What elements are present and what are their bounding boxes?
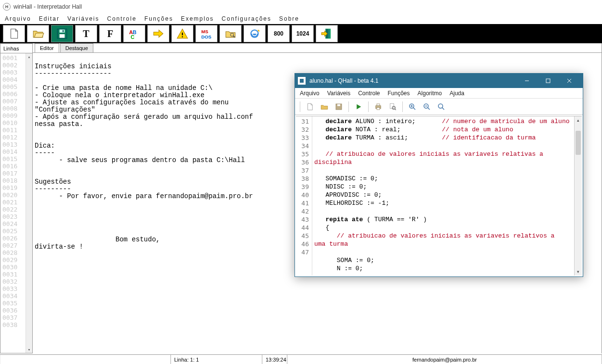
svg-rect-7 — [182, 33, 183, 35]
tab-editor[interactable]: Editor — [35, 43, 59, 52]
text-t-button[interactable]: T — [75, 25, 97, 42]
svg-line-36 — [442, 107, 445, 110]
svg-rect-8 — [182, 36, 183, 37]
folder-search-icon — [224, 27, 237, 40]
scroll-down-icon[interactable]: ▾ — [575, 268, 582, 276]
q-zoom-in-button[interactable] — [406, 100, 419, 113]
res-1024-button[interactable]: 1024 — [292, 25, 314, 42]
svg-rect-21 — [337, 104, 340, 106]
svg-rect-3 — [63, 30, 64, 32]
qmenu-ajuda[interactable]: Ajuda — [449, 90, 464, 97]
qhall-menubar: Arquivo Variáveis Controle Funções Algor… — [295, 88, 583, 99]
qhall-code-editor[interactable]: declare ALUNO : inteiro; // numero de ma… — [312, 116, 574, 276]
svg-line-29 — [413, 107, 416, 110]
qhall-gutter: 3132333435363738394041424344454647 — [296, 116, 312, 276]
scrollbar-thumb[interactable] — [576, 131, 581, 155]
q-zoom-out-button[interactable] — [420, 100, 434, 113]
magnifier-icon — [437, 102, 446, 111]
page-magnify-icon — [388, 102, 397, 111]
qhall-code-area: 3132333435363738394041424344454647 decla… — [296, 116, 582, 276]
msdos-button[interactable]: MSDOS — [195, 25, 218, 42]
qhall-app-icon — [298, 77, 306, 85]
q-print-button[interactable] — [371, 100, 385, 113]
menu-sobre[interactable]: Sobre — [279, 15, 299, 22]
new-file-button[interactable] — [3, 25, 25, 42]
q-new-button[interactable] — [303, 100, 317, 113]
tab-destaque[interactable]: Destaque — [60, 43, 93, 52]
line-number-panel: Linhas 000100020003000400050006000700080… — [0, 43, 33, 353]
svg-rect-25 — [390, 103, 394, 109]
open-folder-icon — [32, 27, 44, 40]
main-titlebar: H winHall - Interpretador Hall — [0, 0, 602, 13]
minimize-icon — [525, 78, 529, 83]
q-zoom-reset-button[interactable] — [435, 100, 448, 113]
q-print-preview-button[interactable] — [386, 100, 399, 113]
qhall-toolbar — [295, 99, 583, 115]
internet-explorer-icon — [248, 27, 261, 40]
qmenu-arquivo[interactable]: Arquivo — [300, 90, 320, 97]
close-icon — [567, 78, 572, 83]
svg-line-33 — [428, 107, 430, 110]
svg-rect-1 — [60, 29, 65, 33]
linhas-tab[interactable]: Linhas — [0, 44, 32, 53]
qhall-title: aluno.hal - QHall - beta 4.1 — [309, 77, 378, 84]
maximize-icon — [546, 78, 551, 83]
svg-text:DOS: DOS — [201, 34, 212, 39]
q-open-button[interactable] — [318, 100, 331, 113]
q-run-button[interactable] — [352, 100, 365, 113]
svg-line-27 — [395, 109, 396, 110]
main-title: winHall - Interpretador Hall — [13, 3, 82, 10]
status-bar: Linha: 1: 1 13:39:24 fernandopaim@paim.p… — [0, 354, 602, 364]
qhall-window[interactable]: aluno.hal - QHall - beta 4.1 Arquivo Var… — [295, 73, 583, 277]
status-email: fernandopaim@paim.pro.br — [287, 355, 602, 364]
status-linha: Linha: 1: 1 — [171, 355, 262, 364]
close-button[interactable] — [559, 74, 580, 88]
save-button[interactable] — [51, 25, 73, 42]
scroll-up-icon[interactable]: ▴ — [575, 116, 582, 124]
run-button[interactable] — [147, 25, 169, 42]
zoom-out-icon — [423, 102, 431, 111]
svg-text:MS: MS — [201, 29, 208, 34]
new-file-icon — [8, 27, 20, 40]
zoom-in-icon — [408, 102, 417, 111]
spellcheck-button[interactable]: ABC — [123, 25, 145, 42]
menu-arquivo[interactable]: Arquivo — [5, 15, 31, 22]
qmenu-controle[interactable]: Controle — [358, 90, 380, 97]
qmenu-variaveis[interactable]: Variáveis — [327, 90, 350, 97]
res-800-button[interactable]: 800 — [268, 25, 290, 42]
gutter-scrollbar[interactable]: ▴ ▾ — [26, 53, 32, 353]
q-save-button[interactable] — [332, 100, 346, 113]
minimize-button[interactable] — [516, 74, 538, 88]
qhall-titlebar[interactable]: aluno.hal - QHall - beta 4.1 — [295, 74, 583, 88]
menu-funcoes[interactable]: Funções — [144, 15, 173, 22]
open-file-button[interactable] — [27, 25, 49, 42]
internet-button[interactable] — [243, 25, 266, 42]
text-f-button[interactable]: F — [99, 25, 121, 42]
exit-door-icon — [320, 27, 333, 40]
qhall-scrollbar[interactable]: ▴ ▾ — [574, 116, 582, 276]
svg-text:C: C — [130, 34, 134, 40]
floppy-disk-icon — [56, 27, 68, 40]
find-button[interactable] — [219, 25, 242, 42]
svg-rect-24 — [377, 107, 380, 110]
scroll-down-icon[interactable]: ▾ — [26, 346, 32, 353]
exit-button[interactable] — [316, 25, 338, 42]
status-cell-1 — [0, 355, 171, 364]
svg-rect-17 — [546, 79, 550, 83]
svg-rect-2 — [60, 34, 65, 38]
open-folder-icon — [320, 102, 329, 111]
scroll-up-icon[interactable]: ▴ — [26, 53, 32, 60]
maximize-button[interactable] — [538, 74, 559, 88]
menu-variaveis[interactable]: Variáveis — [67, 15, 99, 22]
qmenu-funcoes[interactable]: Funções — [388, 90, 410, 97]
warning-button[interactable] — [171, 25, 193, 42]
qmenu-algoritmo[interactable]: Algoritmo — [418, 90, 442, 97]
floppy-disk-icon — [334, 102, 343, 111]
warning-icon — [176, 27, 189, 40]
line-gutter: 0001000200030004000500060007000800090010… — [0, 53, 32, 353]
msdos-icon: MSDOS — [200, 27, 213, 40]
menu-editar[interactable]: Editar — [39, 15, 60, 22]
menu-exemplos[interactable]: Exemplos — [181, 15, 214, 22]
menu-configuracoes[interactable]: Configurações — [222, 15, 271, 22]
menu-controle[interactable]: Controle — [107, 15, 137, 22]
